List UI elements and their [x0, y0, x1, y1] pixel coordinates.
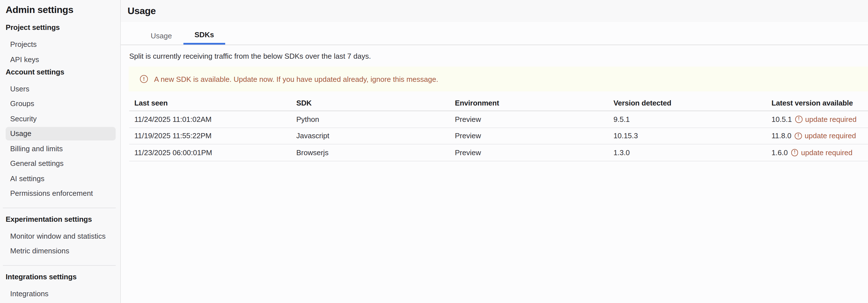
sidebar-section: Project settingsProjectsAPI keys	[0, 23, 120, 66]
cell-sdk: Browserjs	[291, 144, 450, 161]
sidebar-divider	[3, 207, 116, 208]
alert-circle-icon: !	[791, 149, 798, 156]
alert-circle-icon: !	[795, 132, 802, 140]
sdk-usage-table: Last seenSDKEnvironmentVersion detectedL…	[129, 95, 868, 161]
sidebar-title: Admin settings	[6, 4, 120, 16]
sidebar-item-general-settings[interactable]: General settings	[6, 157, 116, 170]
sidebar-section-items: ProjectsAPI keys	[0, 37, 120, 66]
sidebar-item-usage[interactable]: Usage	[6, 127, 116, 140]
sidebar-section-label: Experimentation settings	[6, 215, 120, 224]
sidebar-section-label: Integrations settings	[6, 272, 120, 281]
table-row: 11/19/2025 11:55:22PMJavascriptPreview10…	[129, 127, 868, 144]
sidebar-section: Account settingsUsersGroupsSecurityUsage…	[0, 67, 120, 200]
latest-version-wrap: 10.5.1!update required	[772, 115, 868, 124]
cell-environment: Preview	[450, 111, 609, 127]
column-header-environment: Environment	[450, 95, 609, 111]
latest-version-value: 10.5.1	[772, 115, 792, 124]
column-header-version-detected: Version detected	[609, 95, 767, 111]
main-content: Usage UsageSDKs Split is currently recei…	[121, 0, 868, 303]
sidebar-item-ai-settings[interactable]: AI settings	[6, 172, 116, 185]
alert-circle-icon: !	[795, 116, 802, 123]
table-header-row: Last seenSDKEnvironmentVersion detectedL…	[129, 95, 868, 111]
page-title: Usage	[128, 5, 156, 17]
sidebar-item-integrations[interactable]: Integrations	[6, 286, 116, 300]
sidebar-item-users[interactable]: Users	[6, 82, 116, 95]
table-body: 11/24/2025 11:01:02AMPythonPreview9.5.11…	[129, 111, 868, 161]
sidebar-section-items: UsersGroupsSecurityUsageBilling and limi…	[0, 82, 120, 200]
banner-text: A new SDK is available. Update now. If y…	[154, 75, 438, 83]
update-required-badge: update required	[805, 115, 857, 124]
sidebar-section: Experimentation settingsMonitor window a…	[0, 215, 120, 257]
sidebar-item-groups[interactable]: Groups	[6, 97, 116, 110]
latest-version-wrap: 1.6.0!update required	[772, 148, 868, 157]
update-required-badge: update required	[805, 132, 856, 140]
sidebar-item-permissions-enforcement[interactable]: Permissions enforcement	[6, 186, 116, 200]
update-required-badge: update required	[801, 148, 852, 157]
cell-latest-version: 11.8.0!update required	[767, 127, 868, 144]
sidebar-section-label: Project settings	[6, 23, 120, 32]
cell-last-seen: 11/19/2025 11:55:22PM	[129, 127, 291, 144]
cell-last-seen: 11/23/2025 06:00:01PM	[129, 144, 291, 161]
sidebar-item-billing-and-limits[interactable]: Billing and limits	[6, 142, 116, 155]
sidebar-item-projects[interactable]: Projects	[6, 37, 116, 51]
cell-environment: Preview	[450, 127, 609, 144]
cell-latest-version: 10.5.1!update required	[767, 111, 868, 127]
sidebar-item-security[interactable]: Security	[6, 112, 116, 125]
cell-environment: Preview	[450, 144, 609, 161]
tab-usage[interactable]: Usage	[140, 27, 183, 44]
tab-sdks[interactable]: SDKs	[183, 27, 225, 44]
column-header-last-seen: Last seen	[129, 95, 291, 111]
sidebar-divider	[3, 265, 116, 266]
sidebar-section-items: Monitor window and statisticsMetric dime…	[0, 229, 120, 257]
latest-version-wrap: 11.8.0!update required	[772, 132, 868, 140]
cell-sdk: Javascript	[291, 127, 450, 144]
latest-version-value: 1.6.0	[772, 148, 788, 157]
latest-version-value: 11.8.0	[772, 132, 791, 140]
sidebar-nav: Project settingsProjectsAPI keysAccount …	[0, 23, 120, 300]
table-row: 11/23/2025 06:00:01PMBrowserjsPreview1.3…	[129, 144, 868, 161]
cell-version-detected: 9.5.1	[609, 111, 767, 127]
cell-version-detected: 10.15.3	[609, 127, 767, 144]
cell-last-seen: 11/24/2025 11:01:02AM	[129, 111, 291, 127]
table-row: 11/24/2025 11:01:02AMPythonPreview9.5.11…	[129, 111, 868, 127]
sidebar-section: Integrations settingsIntegrations	[0, 272, 120, 300]
tab-strip: UsageSDKs	[121, 22, 868, 45]
admin-settings-page: Admin settings Project settingsProjectsA…	[0, 0, 868, 303]
sdk-traffic-description: Split is currently receiving traffic fro…	[129, 52, 868, 61]
page-header: Usage	[121, 0, 868, 22]
sidebar-item-api-keys[interactable]: API keys	[6, 53, 116, 66]
sidebar-section-items: Integrations	[0, 286, 120, 300]
sdk-update-banner: ! A new SDK is available. Update now. If…	[129, 67, 868, 91]
cell-sdk: Python	[291, 111, 450, 127]
viewport: Admin settings Project settingsProjectsA…	[0, 0, 868, 303]
sidebar-item-metric-dimensions[interactable]: Metric dimensions	[6, 244, 116, 257]
cell-latest-version: 1.6.0!update required	[767, 144, 868, 161]
sidebar-item-monitor-window-and-statistics[interactable]: Monitor window and statistics	[6, 229, 116, 243]
alert-circle-icon: !	[140, 75, 148, 83]
cell-version-detected: 1.3.0	[609, 144, 767, 161]
sidebar: Admin settings Project settingsProjectsA…	[0, 0, 121, 303]
sidebar-section-label: Account settings	[6, 67, 120, 77]
column-header-latest-version-available: Latest version available	[767, 95, 868, 111]
column-header-sdk: SDK	[291, 95, 450, 111]
